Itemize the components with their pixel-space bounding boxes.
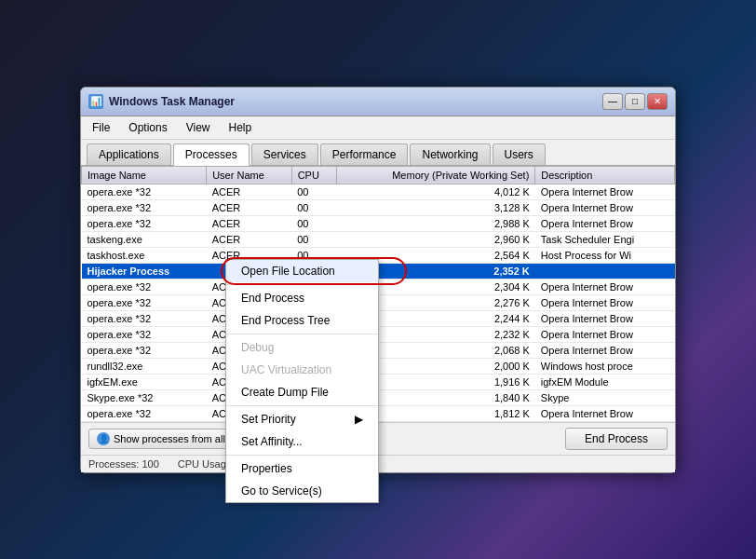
ctx-end-process-tree[interactable]: End Process Tree bbox=[226, 309, 378, 332]
status-processes: Processes: 100 bbox=[88, 458, 159, 470]
ctx-create-dump-file[interactable]: Create Dump File bbox=[226, 381, 378, 403]
ctx-end-process[interactable]: End Process bbox=[226, 287, 378, 309]
task-manager-window: 📊 Windows Task Manager — □ ✕ File Option… bbox=[80, 87, 676, 473]
col-header-desc[interactable]: Description bbox=[535, 166, 675, 184]
col-header-cpu[interactable]: CPU bbox=[291, 166, 336, 184]
ctx-debug: Debug bbox=[226, 336, 378, 359]
window-title: Windows Task Manager bbox=[109, 95, 235, 108]
maximize-button[interactable]: □ bbox=[625, 93, 645, 110]
table-row[interactable]: opera.exe *32 ACER 00 2,988 K Opera Inte… bbox=[82, 215, 675, 231]
table-row[interactable]: opera.exe *32 ACER 00 3,128 K Opera Inte… bbox=[82, 199, 675, 215]
ctx-open-file-location[interactable]: Open File Location bbox=[226, 260, 378, 282]
title-bar: 📊 Windows Task Manager — □ ✕ bbox=[81, 88, 675, 116]
context-menu: Open File Location End Process End Proce… bbox=[225, 259, 379, 503]
content-area: Image Name User Name CPU Memory (Private… bbox=[81, 166, 675, 422]
ctx-separator-2 bbox=[226, 334, 378, 334]
end-process-button[interactable]: End Process bbox=[565, 428, 668, 450]
col-header-memory[interactable]: Memory (Private Working Set) bbox=[336, 166, 534, 184]
tab-performance[interactable]: Performance bbox=[320, 143, 409, 165]
window-controls: — □ ✕ bbox=[602, 93, 668, 110]
title-bar-left: 📊 Windows Task Manager bbox=[88, 94, 235, 109]
cell-image: opera.exe *32 bbox=[82, 184, 207, 199]
menu-help[interactable]: Help bbox=[225, 119, 256, 136]
menu-view[interactable]: View bbox=[182, 119, 214, 136]
menu-bar: File Options View Help bbox=[81, 116, 675, 140]
tab-applications[interactable]: Applications bbox=[87, 143, 171, 165]
close-button[interactable]: ✕ bbox=[647, 93, 668, 110]
cell-memory: 4,012 K bbox=[336, 184, 534, 199]
users-icon: 👤 bbox=[97, 432, 110, 445]
minimize-button[interactable]: — bbox=[602, 93, 623, 110]
table-row[interactable]: opera.exe *32 ACER 00 4,012 K Opera Inte… bbox=[82, 184, 675, 199]
tab-bar: Applications Processes Services Performa… bbox=[81, 140, 675, 166]
tab-processes[interactable]: Processes bbox=[173, 143, 250, 166]
ctx-set-affinity[interactable]: Set Affinity... bbox=[226, 430, 378, 453]
ctx-set-priority-label: Set Priority bbox=[241, 413, 296, 426]
ctx-separator-3 bbox=[226, 405, 378, 406]
ctx-set-priority[interactable]: Set Priority ▶ bbox=[226, 408, 378, 430]
ctx-properties[interactable]: Properties bbox=[226, 457, 378, 480]
col-header-image[interactable]: Image Name bbox=[82, 166, 207, 184]
tab-users[interactable]: Users bbox=[493, 143, 546, 165]
table-row[interactable]: taskeng.exe ACER 00 2,960 K Task Schedul… bbox=[82, 231, 675, 247]
ctx-submenu-arrow: ▶ bbox=[355, 413, 363, 426]
ctx-go-to-services[interactable]: Go to Service(s) bbox=[226, 480, 378, 502]
ctx-separator-4 bbox=[226, 455, 378, 456]
cell-cpu: 00 bbox=[291, 184, 336, 199]
tab-networking[interactable]: Networking bbox=[410, 143, 490, 165]
col-header-user[interactable]: User Name bbox=[207, 166, 291, 184]
ctx-separator-1 bbox=[226, 284, 378, 285]
menu-options[interactable]: Options bbox=[125, 119, 170, 136]
app-icon: 📊 bbox=[88, 94, 103, 109]
menu-file[interactable]: File bbox=[88, 119, 114, 136]
cell-user: ACER bbox=[207, 184, 291, 199]
tab-services[interactable]: Services bbox=[251, 143, 318, 165]
ctx-uac-virtualization: UAC Virtualization bbox=[226, 359, 378, 381]
cell-desc: Opera Internet Brow bbox=[535, 184, 675, 199]
